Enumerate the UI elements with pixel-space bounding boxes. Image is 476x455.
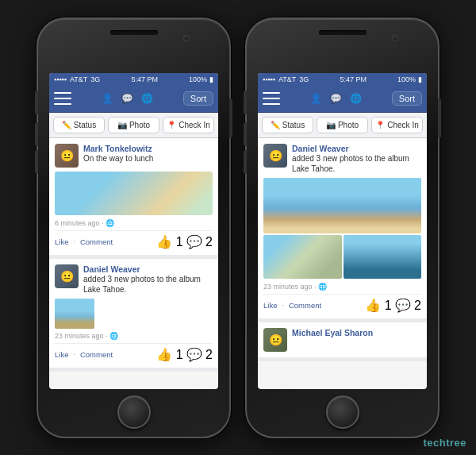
- comment-count-daniel-left: 💬 2: [186, 347, 213, 362]
- comment-button-daniel-left[interactable]: Comment: [80, 350, 113, 359]
- checkin-label-left: Check In: [178, 121, 209, 129]
- avatar-daniel-left: 😐: [55, 264, 79, 288]
- action-bar-left: ✏️ Status 📷 Photo 📍 Check In: [49, 113, 218, 138]
- battery-label: 100%: [189, 75, 207, 83]
- status-left: ▪▪▪▪▪ AT&T 3G: [54, 75, 100, 83]
- post-michael: 😐 Michael Eyal Sharon: [258, 322, 427, 357]
- hamburger-menu-button[interactable]: [54, 92, 71, 105]
- privacy-icon: 🌐: [106, 219, 114, 227]
- photo-large-side1[interactable]: [263, 235, 342, 279]
- post-mark-meta: Mark Tonkelowitz On the way to lunch: [83, 144, 213, 164]
- avatar-michael: 😐: [263, 328, 287, 352]
- post-michael-meta: Michael Eyal Sharon: [292, 328, 421, 337]
- camera-icon-right: 📷: [326, 121, 336, 129]
- screen-right: ▪▪▪▪▪ AT&T 3G 5:47 PM 100% ▮ 👤 💬 🌐 So: [258, 73, 427, 389]
- location-icon-right: 📍: [375, 121, 385, 129]
- post-daniel-right-name: Daniel Weaver: [292, 144, 421, 153]
- post-daniel-right-text: added 3 new photos to the album Lake Tah…: [292, 153, 421, 174]
- sort-button-left[interactable]: Sort: [183, 91, 213, 106]
- post-mark: 😐 Mark Tonkelowitz On the way to lunch 6…: [49, 138, 218, 255]
- status-button-right[interactable]: ✏️ Status: [262, 117, 313, 133]
- nav-bar-right: 👤 💬 🌐 Sort: [258, 86, 427, 113]
- like-button-mark[interactable]: Like: [55, 237, 68, 246]
- like-count-mark: 👍 1: [156, 234, 182, 249]
- messages-icon[interactable]: 💬: [121, 93, 133, 104]
- messages-icon-right[interactable]: 💬: [330, 93, 342, 104]
- battery-icon: ▮: [209, 75, 213, 83]
- privacy-icon-right: 🌐: [318, 283, 327, 291]
- pencil-icon-right: ✏️: [271, 121, 280, 129]
- post-mark-image: [55, 172, 213, 215]
- post-daniel-right-time: 23 minutes ago · 🌐: [263, 283, 421, 291]
- network-label-right: 3G: [299, 75, 309, 83]
- phone-left: ▪▪▪▪▪ AT&T 3G 5:47 PM 100% ▮ 👤 💬 🌐 So: [36, 17, 231, 438]
- checkin-button-left[interactable]: 📍 Check In: [163, 117, 214, 133]
- avatar-daniel-left-inner: 😐: [55, 264, 79, 288]
- avatar-mark-inner: 😐: [55, 144, 79, 168]
- thumb-1-left: [55, 299, 94, 329]
- separator-danr-1: ·: [282, 301, 284, 309]
- home-button[interactable]: [117, 395, 151, 429]
- time-label-right: 5:47 PM: [340, 75, 367, 83]
- pencil-icon: ✏️: [62, 121, 71, 129]
- hamburger-line-2: [54, 98, 71, 99]
- hamburger-line-r-1: [263, 92, 280, 94]
- photo-large-side2[interactable]: [344, 235, 422, 279]
- avatar-daniel-right-inner: 😐: [263, 144, 287, 168]
- counts-daniel-left: 👍 1 💬 2: [156, 347, 213, 362]
- post-daniel-right: 😐 Daniel Weaver added 3 new photos to th…: [258, 138, 427, 318]
- volume-up-button: [35, 91, 38, 114]
- status-label-right: Status: [282, 121, 305, 129]
- avatar-daniel-right: 😐: [263, 144, 287, 168]
- power-button-right: [438, 98, 441, 138]
- post-daniel-right-photos: [263, 178, 421, 279]
- photo-button-right[interactable]: 📷 Photo: [317, 117, 368, 133]
- globe-icon-right[interactable]: 🌐: [350, 93, 362, 104]
- post-michael-header: 😐 Michael Eyal Sharon: [263, 328, 421, 352]
- nav-icons-left: 👤 💬 🌐: [102, 93, 153, 104]
- home-button-right[interactable]: [326, 395, 359, 429]
- globe-icon[interactable]: 🌐: [141, 93, 153, 104]
- status-bar-right: ▪▪▪▪▪ AT&T 3G 5:47 PM 100% ▮: [258, 73, 427, 86]
- comment-count-daniel-right: 💬 2: [395, 298, 421, 313]
- photo-large-main[interactable]: [263, 178, 421, 233]
- comment-button-mark[interactable]: Comment: [80, 237, 113, 246]
- post-daniel-left-like-row: Like · Comment 👍 1 💬 2: [55, 343, 213, 362]
- post-daniel-right-header: 😐 Daniel Weaver added 3 new photos to th…: [263, 144, 421, 174]
- post-daniel-right-meta: Daniel Weaver added 3 new photos to the …: [292, 144, 421, 174]
- counts-daniel-right: 👍 1 💬 2: [365, 298, 421, 313]
- comment-count-mark: 💬 2: [186, 234, 213, 249]
- post-daniel-left-text: added 3 new photos to the album Lake Tah…: [83, 274, 213, 295]
- time-label: 5:47 PM: [131, 75, 158, 83]
- power-button: [229, 98, 232, 138]
- friends-icon[interactable]: 👤: [102, 93, 113, 104]
- post-mark-name: Mark Tonkelowitz: [83, 144, 213, 153]
- hamburger-line-r-3: [263, 103, 280, 105]
- volume-up-button-right: [244, 91, 247, 114]
- friends-icon-right[interactable]: 👤: [310, 93, 322, 104]
- nav-icons-right: 👤 💬 🌐: [310, 93, 362, 104]
- comment-button-daniel-right[interactable]: Comment: [289, 301, 321, 310]
- phone-right: ▪▪▪▪▪ AT&T 3G 5:47 PM 100% ▮ 👤 💬 🌐 So: [245, 17, 440, 438]
- post-daniel-left-meta: Daniel Weaver added 3 new photos to the …: [83, 264, 213, 295]
- photo-label-left: Photo: [129, 121, 150, 129]
- post-mark-time: 6 minutes ago · 🌐: [55, 219, 213, 227]
- volume-down-button: [35, 122, 38, 146]
- feed-left: 😐 Mark Tonkelowitz On the way to lunch 6…: [49, 138, 218, 372]
- photo-label-right: Photo: [338, 121, 359, 129]
- photo-button-left[interactable]: 📷 Photo: [108, 117, 159, 133]
- hamburger-line-1: [54, 92, 71, 94]
- post-michael-name: Michael Eyal Sharon: [292, 328, 421, 337]
- like-button-daniel-left[interactable]: Like: [55, 350, 68, 359]
- hamburger-menu-button-right[interactable]: [263, 92, 280, 105]
- status-button-left[interactable]: ✏️ Status: [53, 117, 105, 133]
- sort-button-right[interactable]: Sort: [392, 91, 422, 106]
- like-button-daniel-right[interactable]: Like: [263, 301, 277, 310]
- post-mark-like-row: Like · Comment 👍 1 💬 2: [55, 230, 213, 249]
- like-count-daniel-left: 👍 1: [156, 347, 182, 362]
- post-daniel-left-time: 23 minutes ago · 🌐: [55, 332, 213, 340]
- watermark: techtree: [423, 437, 466, 449]
- silent-switch: [35, 150, 38, 174]
- checkin-button-right[interactable]: 📍 Check In: [371, 117, 423, 133]
- post-daniel-left: 😐 Daniel Weaver added 3 new photos to th…: [49, 259, 218, 368]
